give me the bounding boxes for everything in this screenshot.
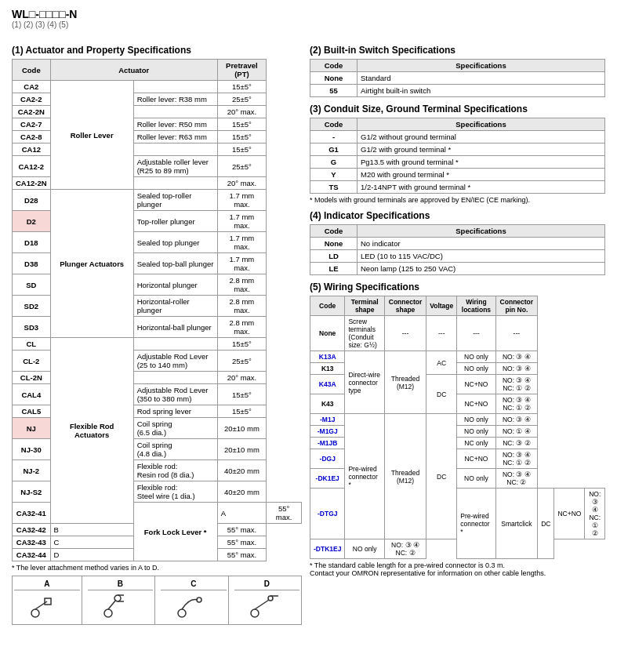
conduit-table: Code Specifications - G1/2 without groun… (310, 118, 605, 194)
wiring-section-title: (5) Wiring Specifications (310, 282, 605, 292)
svg-point-10 (251, 609, 259, 617)
actuator-section-title: (1) Actuator and Property Specifications (12, 45, 302, 56)
conduit-note: * Models with ground terminals are appro… (310, 196, 605, 204)
title-section: WL□-□□□□-N (1) (2) (3) (4) (5) (12, 8, 605, 29)
table-row: G Pg13.5 with ground terminal * (310, 156, 605, 169)
model-title: WL□-□□□□-N (12, 8, 605, 20)
table-row: CA2 Roller Lever 15±5° (13, 81, 302, 93)
table-row: None Screw terminals(Conduit size: G½) -… (310, 316, 605, 351)
table-row: LE Neon lamp (125 to 250 VAC) (310, 263, 605, 275)
table-row: -M1J Pre-wired connector * Threaded (M12… (310, 414, 605, 426)
switch-section-title: (2) Built-in Switch Specifications (310, 45, 605, 56)
svg-point-12 (268, 596, 273, 601)
table-row: TS 1/2-14NPT with ground terminal * (310, 181, 605, 194)
actuator-shape-d (247, 594, 286, 621)
actuator-shape-b (100, 594, 140, 621)
table-row: - G1/2 without ground terminal (310, 131, 605, 143)
table-row: 55 Airtight built-in switch (310, 85, 605, 97)
svg-point-3 (104, 609, 112, 617)
table-row: Y M20 with ground terminal * (310, 169, 605, 181)
actuator-shape-a (27, 594, 67, 621)
table-row: CL Flexible Rod Actuators 15±5° (13, 338, 302, 351)
table-row: K13A Direct-wire connector type Threaded… (310, 351, 605, 363)
table-row: G1 G1/2 with ground terminal * (310, 143, 605, 156)
svg-line-11 (255, 600, 269, 609)
svg-point-5 (114, 595, 121, 601)
actuator-col-actuator: Actuator (50, 60, 217, 81)
actuator-img-a: A (13, 576, 82, 624)
svg-rect-2 (45, 598, 51, 605)
svg-point-0 (31, 609, 39, 617)
actuator-img-c: C (159, 576, 229, 624)
svg-point-8 (178, 609, 186, 617)
wiring-table: Code Terminal shape Connector shape Volt… (310, 296, 605, 559)
right-column: (2) Built-in Switch Specifications Code … (310, 38, 605, 625)
actuator-images: A B C (12, 576, 302, 625)
actuator-note: * The lever attachment method varies in … (12, 564, 302, 572)
left-column: (1) Actuator and Property Specifications… (12, 38, 302, 625)
table-row: LD LED (10 to 115 VAC/DC) (310, 250, 605, 263)
table-row: D28 Plunger Actuators Sealed top-roller … (13, 190, 302, 211)
table-row: None No indicator (310, 238, 605, 250)
actuator-img-b: B (86, 576, 156, 624)
actuator-img-d: D (233, 576, 302, 624)
wiring-note: * The standard cable length for a pre-wi… (310, 561, 605, 577)
actuator-col-code: Code (13, 60, 51, 81)
svg-line-4 (108, 600, 116, 609)
switch-table: Code Specifications None Standard 55 Air… (310, 59, 605, 97)
indicator-table: Code Specifications None No indicator LD… (310, 224, 605, 275)
actuator-col-pt: Pretravel(PT) (217, 60, 266, 81)
model-subtitle: (1) (2) (3) (4) (5) (12, 20, 605, 29)
indicator-section-title: (4) Indicator Specifications (310, 210, 605, 221)
table-row: None Standard (310, 72, 605, 85)
actuator-shape-c (174, 594, 213, 621)
conduit-section-title: (3) Conduit Size, Ground Terminal Specif… (310, 104, 605, 114)
actuator-table: Code Actuator Pretravel(PT) CA2 Roller L… (12, 59, 302, 561)
